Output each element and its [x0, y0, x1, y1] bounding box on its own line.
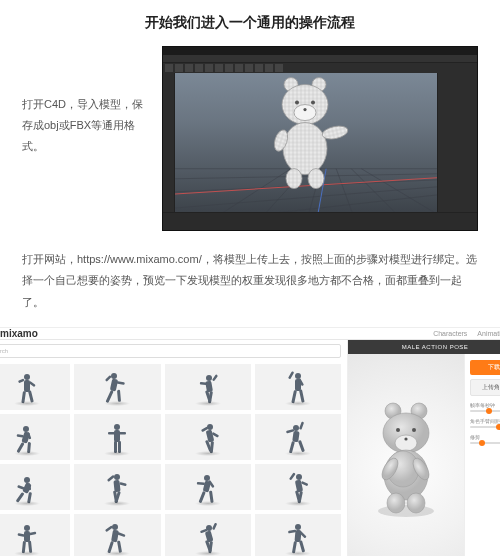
svg-point-17: [294, 104, 316, 120]
svg-rect-107: [118, 532, 126, 537]
c4d-viewport: [175, 73, 437, 212]
svg-point-86: [204, 475, 210, 481]
svg-rect-105: [111, 530, 119, 543]
c4d-menubar: [163, 55, 477, 63]
svg-rect-34: [105, 375, 112, 382]
svg-point-131: [387, 493, 405, 513]
svg-point-32: [111, 373, 117, 379]
mixamo-controls-panel: 下载 上传角色 帧率每秒钟 角色手臂间距 修剪: [464, 354, 500, 556]
mixamo-logo: mixamo: [0, 328, 38, 339]
pose-thumbnail[interactable]: [165, 364, 251, 410]
svg-rect-70: [286, 429, 294, 433]
slider[interactable]: [470, 410, 500, 412]
svg-point-23: [295, 100, 299, 104]
pose-thumbnail[interactable]: [165, 464, 251, 510]
page-title: 开始我们进入一个通用的操作流程: [22, 14, 478, 32]
top-link[interactable]: Characters: [433, 330, 467, 337]
svg-point-104: [112, 524, 118, 530]
svg-point-122: [378, 505, 434, 517]
svg-point-56: [114, 424, 120, 430]
svg-rect-28: [18, 379, 24, 384]
svg-point-135: [404, 438, 407, 441]
svg-rect-59: [119, 432, 126, 435]
svg-rect-41: [212, 375, 218, 382]
svg-point-44: [295, 373, 301, 379]
svg-rect-33: [110, 379, 118, 392]
svg-point-24: [311, 100, 315, 104]
svg-rect-94: [289, 473, 296, 481]
mixamo-window: mixamo Characters Animations Search: [0, 327, 500, 549]
c4d-timeline: [163, 212, 477, 230]
svg-rect-106: [105, 526, 113, 533]
svg-point-26: [24, 374, 30, 380]
svg-rect-95: [301, 481, 308, 486]
pose-thumbnail[interactable]: [0, 364, 70, 410]
svg-rect-27: [24, 380, 30, 392]
svg-point-50: [23, 426, 29, 432]
svg-point-92: [296, 474, 302, 480]
svg-point-133: [396, 428, 400, 432]
svg-point-74: [24, 477, 30, 483]
top-link[interactable]: Animations: [477, 330, 500, 337]
caption-c4d: 打开C4D，导入模型，保存成obj或FBX等通用格式。: [22, 46, 150, 157]
pose-thumbnail[interactable]: [255, 364, 341, 410]
c4d-toolbar: [163, 63, 477, 73]
c4d-window: [162, 46, 478, 231]
svg-rect-69: [292, 431, 299, 443]
slider-label: 帧率每秒钟: [470, 402, 500, 408]
pose-thumbnail[interactable]: [0, 514, 70, 556]
svg-point-116: [295, 524, 301, 530]
svg-rect-46: [288, 371, 294, 379]
svg-rect-118: [288, 530, 296, 534]
svg-point-38: [206, 375, 212, 381]
svg-rect-101: [29, 532, 36, 536]
svg-point-134: [412, 428, 416, 432]
pose-thumbnail[interactable]: [0, 414, 70, 460]
svg-rect-57: [114, 430, 120, 442]
svg-rect-82: [107, 475, 115, 482]
pose-thumbnail[interactable]: [165, 414, 251, 460]
svg-rect-113: [212, 523, 217, 530]
upload-button[interactable]: 上传角色: [470, 379, 500, 396]
preview-title: MALE ACTION POSE: [348, 340, 500, 354]
pose-thumbnail-grid: [0, 360, 347, 556]
pose-thumbnail[interactable]: [74, 514, 160, 556]
svg-point-126: [395, 435, 417, 451]
svg-point-132: [407, 493, 425, 513]
svg-rect-81: [114, 480, 121, 493]
pose-thumbnail[interactable]: [74, 364, 160, 410]
mixamo-library: Search: [0, 340, 347, 556]
c4d-character-mesh: [261, 74, 351, 192]
svg-point-98: [24, 525, 30, 531]
svg-rect-99: [24, 531, 30, 542]
pose-thumbnail[interactable]: [255, 464, 341, 510]
pose-thumbnail[interactable]: [74, 464, 160, 510]
paragraph-mixamo: 打开网站，https://www.mixamo.com/，将模型上传上去，按照上…: [22, 249, 478, 313]
search-input[interactable]: Search: [0, 344, 341, 358]
svg-rect-52: [17, 434, 24, 438]
pose-thumbnail[interactable]: [255, 514, 341, 556]
download-button[interactable]: 下载: [470, 360, 500, 375]
pose-thumbnail[interactable]: [165, 514, 251, 556]
section-c4d: 打开C4D，导入模型，保存成obj或FBX等通用格式。: [22, 46, 478, 231]
slider-label: 角色手臂间距: [470, 418, 500, 424]
svg-rect-58: [108, 432, 115, 435]
svg-point-18: [283, 122, 327, 174]
preview-character-icon: [363, 399, 449, 519]
slider[interactable]: [470, 426, 500, 428]
svg-rect-71: [299, 422, 304, 430]
svg-point-22: [308, 168, 324, 188]
svg-point-21: [286, 168, 302, 188]
c4d-left-toolbar: [163, 73, 175, 212]
svg-rect-93: [295, 480, 303, 493]
svg-rect-35: [117, 381, 125, 385]
pose-thumbnail[interactable]: [255, 414, 341, 460]
svg-point-62: [207, 424, 213, 430]
mixamo-preview-viewport[interactable]: [348, 354, 464, 556]
c4d-titlebar: [163, 47, 477, 55]
svg-point-80: [114, 474, 120, 480]
pose-thumbnail[interactable]: [74, 414, 160, 460]
svg-rect-100: [18, 533, 25, 537]
slider[interactable]: [470, 442, 500, 444]
pose-thumbnail[interactable]: [0, 464, 70, 510]
